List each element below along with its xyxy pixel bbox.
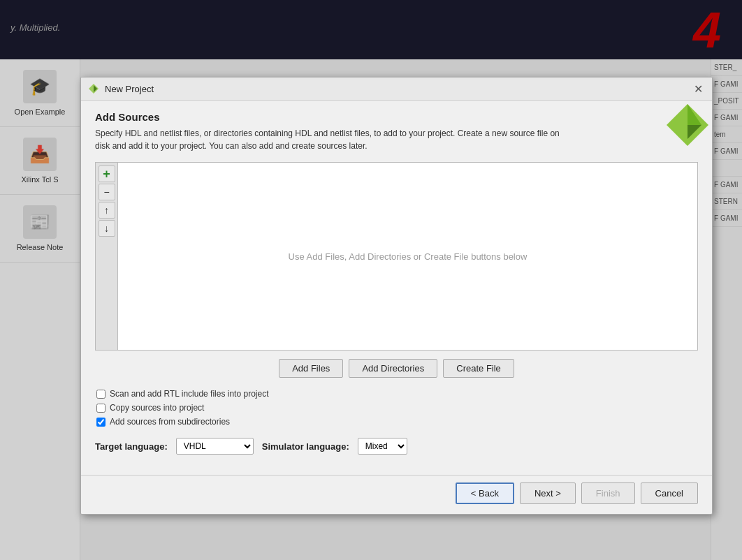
target-language-label: Target language:: [95, 441, 168, 452]
toolbar-move-down-button[interactable]: ↓: [99, 220, 115, 237]
finish-button: Finish: [581, 482, 635, 504]
scan-rtl-row: Scan and add RTL include files into proj…: [96, 389, 698, 399]
dialog-close-button[interactable]: ✕: [691, 82, 705, 96]
copy-sources-label: Copy sources into project: [110, 403, 204, 413]
copy-sources-checkbox[interactable]: [96, 404, 106, 413]
toolbar-remove-button[interactable]: −: [99, 184, 115, 200]
add-subdirs-checkbox[interactable]: [96, 418, 106, 427]
file-list-area: Use Add Files, Add Directories or Create…: [117, 162, 698, 351]
action-buttons-row: Add Files Add Directories Create File: [95, 359, 698, 378]
dialog-body: Add Sources Specify HDL and netlist file…: [81, 101, 712, 475]
language-row: Target language: VHDL Verilog SystemVeri…: [95, 438, 698, 455]
add-directories-button[interactable]: Add Directories: [349, 359, 437, 378]
section-desc: Specify HDL and netlist files, or direct…: [95, 127, 570, 152]
target-language-select[interactable]: VHDL Verilog SystemVerilog: [176, 438, 254, 455]
vivado-logo: [663, 101, 712, 149]
file-list-placeholder: Use Add Files, Add Directories or Create…: [289, 251, 528, 262]
back-button[interactable]: < Back: [456, 482, 514, 504]
scan-rtl-checkbox[interactable]: [96, 390, 106, 399]
simulator-language-select[interactable]: Mixed VHDL Verilog: [358, 438, 407, 455]
dialog-title-left: New Project: [88, 83, 154, 94]
simulator-language-label: Simulator language:: [262, 441, 349, 452]
add-subdirs-row: Add sources from subdirectories: [96, 417, 698, 427]
toolbar-move-up-button[interactable]: ↑: [99, 202, 115, 219]
dialog-titlebar: New Project ✕: [81, 78, 712, 101]
copy-sources-row: Copy sources into project: [96, 403, 698, 413]
cancel-button[interactable]: Cancel: [641, 482, 698, 504]
file-list-container: + − ↑ ↓ Use Add Files, Add Directories o…: [95, 162, 698, 351]
next-button[interactable]: Next >: [520, 482, 576, 504]
dialog-title-text: New Project: [105, 84, 154, 94]
create-file-button[interactable]: Create File: [443, 359, 514, 378]
svg-marker-4: [688, 104, 701, 125]
new-project-dialog: New Project ✕ Add Sources Specify HDL an…: [80, 77, 713, 515]
dialog-footer: < Back Next > Finish Cancel: [81, 476, 712, 514]
toolbar-side: + − ↑ ↓: [95, 162, 117, 351]
add-subdirs-label: Add sources from subdirectories: [110, 417, 230, 427]
scan-rtl-label: Scan and add RTL include files into proj…: [110, 389, 268, 399]
add-files-button[interactable]: Add Files: [279, 359, 343, 378]
toolbar-add-button[interactable]: +: [99, 165, 115, 182]
checkbox-group: Scan and add RTL include files into proj…: [95, 389, 698, 427]
section-title: Add Sources: [95, 111, 698, 123]
vivado-small-icon: [88, 83, 99, 94]
